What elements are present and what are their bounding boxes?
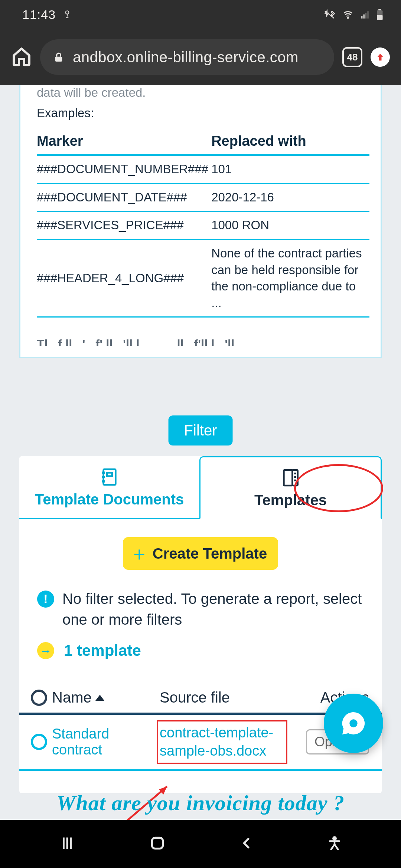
svg-point-11: [102, 472, 104, 473]
android-statusbar: 11:43: [0, 0, 401, 29]
chat-fab[interactable]: [324, 694, 383, 753]
svg-rect-4: [365, 13, 366, 19]
col-source: Source file: [160, 689, 302, 706]
home-button[interactable]: [11, 46, 32, 68]
svg-rect-26: [152, 838, 163, 848]
filter-button[interactable]: Filter: [169, 415, 233, 445]
svg-point-27: [333, 837, 336, 840]
svg-point-0: [66, 11, 69, 14]
tabs-row: Template Documents Templates: [19, 456, 382, 519]
chat-icon: [339, 708, 368, 738]
update-badge[interactable]: [371, 47, 390, 67]
lock-icon: [53, 51, 65, 63]
source-file-link[interactable]: contract-template-sample-obs.docx: [160, 724, 302, 760]
markers-table: Marker Replaced with ###DOCUMENT_NUMBER#…: [37, 128, 369, 318]
tagline: What are you invoicing today ?: [0, 790, 401, 815]
url-text: andbox.online-billing-service.com: [73, 49, 322, 66]
tab-label: Template Documents: [35, 491, 184, 508]
notification-icons: [62, 10, 72, 19]
vibrate-icon: [323, 9, 336, 20]
signal-icon: [360, 10, 371, 19]
svg-rect-5: [367, 11, 368, 19]
tabs-button[interactable]: 48: [342, 47, 362, 67]
tab-template-documents[interactable]: Template Documents: [19, 456, 199, 519]
templates-table-header: Name Source file Actions: [19, 660, 382, 715]
address-bar[interactable]: andbox.online-billing-service.com: [40, 39, 334, 75]
template-name-link[interactable]: Standard contract: [52, 726, 160, 758]
svg-rect-15: [284, 470, 292, 486]
filter-alert: ! No filter selected. To generate a repo…: [19, 570, 382, 630]
svg-rect-7: [377, 15, 383, 20]
browser-toolbar: andbox.online-billing-service.com 48: [0, 29, 401, 85]
template-count[interactable]: → 1 template: [19, 630, 382, 660]
tab-label: Templates: [254, 492, 327, 509]
svg-point-12: [102, 476, 104, 478]
col-marker: Marker: [37, 128, 211, 155]
row-select[interactable]: [26, 734, 52, 750]
examples-label: Examples:: [37, 105, 369, 122]
select-all[interactable]: [26, 690, 52, 706]
template-icon: [280, 467, 301, 488]
alert-icon: !: [37, 591, 54, 608]
templates-card: Template Documents Templates ＋ Create Te…: [19, 456, 382, 793]
tab-templates[interactable]: Templates: [199, 456, 382, 519]
create-label: Create Template: [153, 545, 267, 562]
table-row: ###SERVICES_PRICE### 1000 RON: [37, 211, 369, 240]
svg-point-1: [347, 17, 348, 18]
arrow-right-icon: →: [37, 642, 54, 659]
svg-rect-2: [361, 16, 362, 19]
android-navbar: [0, 820, 401, 868]
info-panel: data will be created. Examples: Marker R…: [19, 85, 382, 358]
svg-point-22: [349, 719, 357, 727]
plus-icon: ＋: [130, 544, 149, 563]
wifi-icon: [342, 10, 354, 19]
page-viewport: data will be created. Examples: Marker R…: [0, 85, 401, 820]
svg-point-13: [102, 481, 104, 482]
create-template-button[interactable]: ＋ Create Template: [123, 537, 278, 570]
count-text: 1 template: [64, 642, 141, 660]
accessibility-button[interactable]: [326, 835, 343, 853]
svg-rect-3: [363, 14, 365, 19]
clock: 11:43: [22, 7, 56, 22]
home-nav-button[interactable]: [148, 834, 167, 854]
back-nav-button[interactable]: [239, 836, 254, 852]
svg-rect-9: [55, 57, 62, 62]
battery-icon: [376, 9, 383, 20]
recent-apps-button[interactable]: [59, 835, 76, 853]
table-row: ###DOCUMENT_NUMBER### 101: [37, 155, 369, 183]
truncated-bottom: Tl f ll ' f' ll 'll l ll f'll l 'll: [37, 336, 369, 346]
status-icons: [323, 9, 383, 20]
truncated-line: data will be created.: [37, 85, 369, 101]
sort-asc-icon: [95, 695, 104, 701]
col-name[interactable]: Name: [52, 689, 160, 706]
svg-rect-8: [378, 9, 381, 10]
svg-line-31: [335, 845, 338, 849]
table-row: ###HEADER_4_LONG### None of the contract…: [37, 240, 369, 317]
document-icon: [99, 467, 120, 487]
alert-text: No filter selected. To generate a report…: [62, 588, 364, 630]
table-row: ###DOCUMENT_DATE### 2020-12-16: [37, 183, 369, 211]
svg-rect-14: [107, 473, 112, 476]
col-replaced: Replaced with: [211, 128, 369, 155]
